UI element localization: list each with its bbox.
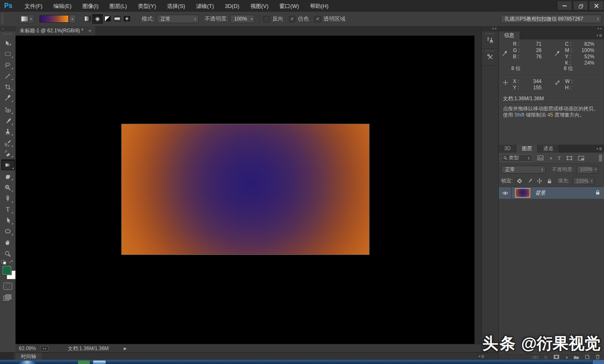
brush-tool[interactable] [2, 116, 14, 126]
toolbar-grip[interactable] [3, 33, 13, 35]
zoom-level-field[interactable]: 62.09% [19, 346, 36, 351]
filter-adjustment-layers-icon[interactable]: ◑ [549, 155, 552, 161]
vertical-scrollbar[interactable] [474, 36, 482, 344]
layer-name[interactable]: 背景 [535, 190, 545, 197]
gradient-preview[interactable] [39, 15, 69, 23]
lock-position-icon[interactable] [537, 178, 542, 184]
document-image[interactable] [122, 124, 369, 255]
filter-toggle-switch[interactable] [599, 155, 602, 161]
hand-tool[interactable] [2, 237, 14, 247]
type-tool[interactable]: T [2, 204, 14, 214]
filter-pixel-layers-icon[interactable] [537, 155, 544, 161]
options-grip[interactable] [1, 13, 3, 24]
healing-brush-tool[interactable] [2, 105, 14, 115]
toolbar-collapse-header[interactable]: » [0, 26, 16, 31]
menu-file[interactable]: 文件(F) [19, 0, 48, 12]
lock-all-icon[interactable] [547, 178, 552, 184]
eyedropper-rgb-icon[interactable] [502, 50, 508, 57]
filter-type-layers-icon[interactable]: T [557, 155, 561, 161]
swap-colors-icon[interactable] [9, 259, 14, 264]
lock-pixels-icon[interactable] [527, 178, 532, 184]
layer-blend-mode-select[interactable]: 正常 ▲▼ [501, 166, 546, 174]
tool-preset-picker[interactable]: ▾ [18, 14, 34, 23]
new-layer-icon[interactable] [585, 354, 590, 361]
eyedropper-tool[interactable] [2, 93, 14, 103]
delete-layer-icon[interactable] [595, 354, 600, 361]
layer-filter-type-select[interactable]: 类型 ▲▼ [501, 154, 532, 162]
tab-info[interactable]: 信息 [499, 31, 520, 39]
menu-select[interactable]: 选择(S) [161, 0, 190, 12]
tool-presets-panel-button[interactable] [482, 49, 499, 66]
status-menu-arrow-icon[interactable]: ▶ [124, 346, 127, 351]
crop-tool[interactable] [2, 82, 14, 92]
menu-layer[interactable]: 图层(L) [104, 0, 133, 12]
link-layers-icon[interactable] [532, 354, 539, 361]
restore-button[interactable] [573, 1, 588, 10]
layer-opacity-field[interactable]: 100% ▾ [577, 166, 599, 174]
filter-smart-objects-icon[interactable] [578, 156, 584, 161]
workspace-switcher[interactable]: 孔德川PS教程扣扣微信 897857267 ▲▼ [501, 15, 601, 23]
tab-close-icon[interactable]: × [89, 29, 92, 34]
smudge-tool[interactable] [2, 171, 14, 181]
menu-type[interactable]: 类型(Y) [133, 0, 161, 12]
new-adjustment-layer-icon[interactable]: ◑ [565, 354, 568, 360]
layer-thumbnail[interactable] [515, 188, 530, 198]
menu-help[interactable]: 帮助(H) [305, 0, 334, 12]
tab-3d[interactable]: 3D [499, 145, 516, 153]
opacity-select[interactable]: 100% ▾ [230, 15, 255, 23]
tab-channels[interactable]: 通道 [538, 145, 559, 153]
clone-source-panel-button[interactable] [482, 31, 499, 49]
move-tool[interactable] [2, 38, 14, 48]
menu-view[interactable]: 视图(V) [245, 0, 274, 12]
dodge-tool[interactable] [2, 182, 14, 192]
menu-image[interactable]: 图像(I) [77, 0, 104, 12]
screen-mode-button[interactable] [3, 294, 11, 301]
layer-style-icon[interactable]: fx [544, 355, 548, 360]
gradient-tool[interactable] [1, 159, 15, 170]
foreground-color-swatch[interactable] [3, 266, 11, 275]
timeline-panel-menu[interactable]: ▾ ≡ [479, 354, 484, 359]
reverse-checkbox[interactable] [263, 16, 270, 22]
diamond-gradient-button[interactable] [122, 14, 132, 23]
pen-tool[interactable] [2, 193, 14, 203]
status-options-icon[interactable] [40, 346, 49, 351]
ellipse-tool[interactable] [2, 226, 14, 236]
menu-window[interactable]: 窗口(W) [274, 0, 305, 12]
dither-checkbox[interactable]: ✓ [289, 16, 295, 22]
add-layer-mask-icon[interactable] [553, 354, 560, 361]
path-selection-tool[interactable] [2, 215, 14, 225]
info-panel-menu[interactable]: ▾ ≡ [596, 33, 602, 39]
gradient-picker-arrow[interactable]: ▾ [69, 15, 76, 23]
document-tab[interactable]: 未标题-1 @ 62.1%(RGB/8) * × [16, 26, 96, 36]
filter-shape-layers-icon[interactable] [566, 156, 573, 161]
dock-header[interactable]: ◄◄ [499, 26, 604, 31]
dock-collapse-header[interactable]: ◄◄ [482, 26, 499, 31]
menu-edit[interactable]: 编辑(E) [48, 0, 77, 12]
layers-panel-menu[interactable]: ▾ ≡ [596, 146, 602, 152]
zoom-tool[interactable] [2, 249, 14, 259]
layer-visibility-toggle[interactable] [499, 187, 512, 199]
menu-filter[interactable]: 滤镜(T) [190, 0, 219, 12]
new-group-icon[interactable] [573, 354, 579, 361]
transparency-checkbox[interactable]: ✓ [315, 16, 321, 22]
clone-stamp-tool[interactable] [2, 126, 14, 136]
history-brush-tool[interactable] [2, 138, 14, 148]
eyedropper-cmyk-icon[interactable] [555, 50, 560, 57]
menu-3d[interactable]: 3D(D) [219, 0, 245, 12]
layer-fill-field[interactable]: 100% ▾ [573, 177, 595, 185]
close-button[interactable] [589, 1, 604, 10]
tab-layers[interactable]: 图层 [516, 145, 538, 153]
taskbar-app-icon[interactable] [93, 361, 106, 364]
eraser-tool[interactable] [2, 148, 14, 158]
layer-row-background[interactable]: 背景 [499, 187, 604, 199]
radial-gradient-button[interactable] [92, 14, 103, 24]
lock-transparency-icon[interactable] [517, 178, 522, 184]
timeline-tab[interactable]: 时间轴 [16, 353, 42, 360]
taskbar-app-icon[interactable] [78, 361, 90, 364]
blend-mode-select[interactable]: 正常 ▲▼ [157, 15, 199, 23]
linear-gradient-button[interactable] [83, 14, 92, 23]
default-colors-icon[interactable] [1, 259, 8, 264]
angle-gradient-button[interactable] [103, 14, 112, 23]
quick-mask-button[interactable] [3, 283, 12, 290]
reflected-gradient-button[interactable] [112, 14, 122, 23]
